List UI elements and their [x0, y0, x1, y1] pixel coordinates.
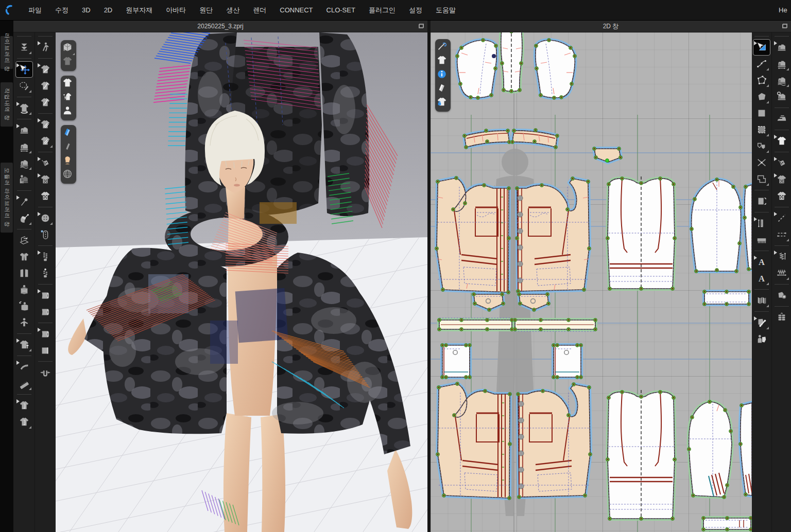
style-line-a-tool[interactable]	[37, 78, 54, 94]
fabric-roll-d-tool[interactable]	[37, 343, 54, 358]
menu-item-0[interactable]: 파일	[22, 0, 48, 21]
fabric-roll-c-tool[interactable]	[37, 326, 54, 342]
pleat-clamp-tool[interactable]	[37, 365, 54, 380]
style-line-b-tool[interactable]	[37, 95, 54, 110]
tuck-a-tool[interactable]	[37, 117, 54, 132]
pattern-back[interactable]	[606, 176, 677, 290]
pin-tool[interactable]	[16, 194, 32, 209]
texture-all-tool[interactable]	[37, 188, 54, 204]
texture-partial-tool[interactable]	[37, 172, 54, 187]
edit-seamline-tool[interactable]	[753, 155, 770, 170]
pattern-waistband-right[interactable]	[511, 129, 559, 149]
pattern-back-b[interactable]	[606, 390, 677, 520]
environment-view-toggle[interactable]	[62, 168, 75, 182]
sidebar-tab-history[interactable]: 작업내역 창	[1, 82, 13, 127]
pattern-flap-top-right[interactable]	[593, 147, 623, 163]
sculpt-garment-tool[interactable]	[37, 62, 54, 77]
fold-arrangement-tool[interactable]	[16, 233, 32, 248]
elastic-edit-tool[interactable]	[773, 249, 790, 264]
menu-item-12[interactable]: 설정	[402, 0, 429, 21]
internal-polygon-tool[interactable]	[753, 122, 770, 137]
texture-all-2d-tool[interactable]	[773, 188, 790, 204]
fit-avatar-tool[interactable]	[753, 331, 770, 347]
zipper-default-tool[interactable]	[37, 265, 54, 281]
3d-window-titlebar[interactable]: 20250225_3.zprj	[13, 21, 427, 32]
pattern-pocket-right[interactable]	[552, 344, 583, 379]
edit-curvature-tool[interactable]	[753, 73, 770, 88]
avatar-skin-view-toggle[interactable]	[62, 154, 75, 168]
garment-split-tool[interactable]	[16, 265, 32, 281]
pattern-front-left-b[interactable]	[436, 382, 512, 500]
fabric-thick-texture-toggle[interactable]	[62, 127, 75, 140]
pattern-belt-left[interactable]	[438, 318, 514, 331]
pattern-strip-right[interactable]	[703, 290, 751, 306]
fitting-tool[interactable]	[16, 172, 32, 187]
lock-patterns-toggle[interactable]	[436, 96, 450, 110]
sewing-segment-tool[interactable]	[16, 122, 32, 138]
menu-item-6[interactable]: 원단	[193, 0, 219, 21]
pattern-hood-side-right[interactable]	[535, 39, 577, 100]
fabric-roll-a-tool[interactable]	[37, 288, 54, 303]
tuck-b-tool[interactable]	[37, 133, 54, 149]
sidebar-tab-modular[interactable]: 모듈러 라이브러리 창	[1, 163, 13, 233]
pattern-sleeve-b[interactable]	[687, 400, 733, 499]
menu-item-2[interactable]: 3D	[75, 0, 97, 21]
show-pins-toggle[interactable]	[62, 91, 75, 105]
grading-tool[interactable]	[753, 315, 770, 330]
elastic-tool[interactable]	[773, 265, 790, 281]
show-avatar-toggle[interactable]	[62, 105, 75, 119]
paint-texture-tool[interactable]	[37, 155, 54, 171]
pattern-waistband-left[interactable]	[463, 129, 511, 149]
arrangement-wrap-tool[interactable]	[16, 282, 32, 297]
sewing-mn-2d-tool[interactable]	[773, 73, 790, 88]
select-move-tool[interactable]	[16, 62, 32, 77]
2d-window-titlebar[interactable]: 2D 창	[431, 21, 791, 32]
show-garment-dim-toggle[interactable]	[62, 56, 75, 69]
sewing-segment-2d-tool[interactable]	[773, 40, 790, 55]
garment-measure-basic-tool[interactable]	[16, 398, 32, 413]
solidify-tool[interactable]	[16, 249, 32, 264]
avatar-pose-tool[interactable]	[16, 315, 32, 330]
trace-tool[interactable]	[753, 171, 770, 187]
pattern-sleeve-top[interactable]	[690, 178, 743, 273]
buttonhole-tool-tool[interactable]	[37, 227, 54, 242]
fabric-roll-b-tool[interactable]	[37, 304, 54, 320]
walk-avatar-tool[interactable]	[37, 40, 54, 55]
show-sewing-toggle[interactable]	[436, 41, 450, 55]
seam-allowance-ruler-tool[interactable]	[753, 216, 770, 231]
polygon-pattern-tool[interactable]	[753, 89, 770, 104]
sewing-mn-tool[interactable]	[16, 155, 32, 171]
menu-item-1[interactable]: 수정	[48, 0, 75, 21]
sewing-free-2d-tool[interactable]	[773, 56, 790, 72]
menu-item-3[interactable]: 2D	[97, 0, 119, 21]
rotate-garment-tool[interactable]	[16, 100, 32, 116]
tack-tool[interactable]	[773, 227, 790, 242]
show-fabric-toggle[interactable]	[436, 82, 450, 96]
edit-pattern-tool[interactable]	[753, 56, 770, 72]
clone-pattern-tool[interactable]	[753, 193, 770, 209]
pattern-hood-side-left[interactable]	[456, 39, 498, 100]
arrangement-rotate-tool[interactable]	[16, 298, 32, 314]
texture-partial-2d-tool[interactable]	[773, 172, 790, 187]
menu-item-13[interactable]: 도움말	[429, 0, 462, 21]
select-brush-tool[interactable]	[16, 78, 32, 94]
fabric-mesh-toggle[interactable]	[62, 140, 75, 154]
edit-sewing-2d-tool[interactable]	[773, 89, 790, 104]
edit-annotation-tool[interactable]: A	[753, 254, 770, 270]
pattern-front-right[interactable]	[515, 177, 591, 293]
transform-pattern-tool[interactable]	[753, 40, 770, 55]
pattern-pocket-left[interactable]	[441, 344, 472, 379]
menu-item-8[interactable]: 렌더	[246, 0, 273, 21]
float-window-icon[interactable]	[419, 24, 424, 28]
3d-viewport[interactable]	[56, 32, 427, 532]
measure-garment-tool[interactable]	[16, 337, 32, 352]
rectangle-pattern-tool[interactable]	[753, 105, 770, 121]
pattern-symmetry-plus-tool[interactable]	[773, 288, 790, 303]
show-patterns-toggle[interactable]	[436, 55, 450, 68]
pattern-strip-bottom[interactable]	[702, 517, 752, 531]
fold-tack-tool[interactable]	[16, 210, 32, 226]
basting-tool[interactable]	[773, 210, 790, 226]
steam-iron-tool[interactable]	[773, 111, 790, 127]
pattern-belt-right[interactable]	[513, 318, 597, 331]
show-garment-toggle[interactable]	[62, 77, 75, 91]
